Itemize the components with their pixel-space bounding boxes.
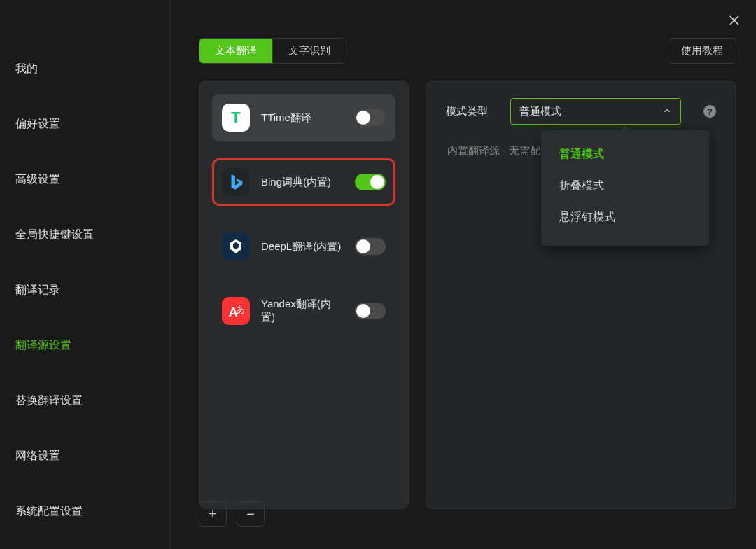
toggle-ttime[interactable] — [355, 109, 386, 126]
source-label: DeepL翻译(内置) — [261, 240, 344, 253]
svg-text:あ: あ — [236, 304, 245, 314]
source-label: TTime翻译 — [261, 111, 344, 125]
add-source-button[interactable]: + — [199, 501, 227, 527]
help-icon[interactable]: ? — [704, 105, 716, 118]
mode-option-normal[interactable]: 普通模式 — [541, 139, 709, 170]
sidebar-item-system-config[interactable]: 系统配置设置 — [15, 497, 170, 526]
bing-icon — [222, 168, 250, 196]
source-item-yandex[interactable]: Aあ Yandex翻译(内置) — [212, 287, 396, 335]
source-label: Yandex翻译(内置) — [261, 298, 344, 324]
builtin-hint-text: 内置翻译源 - 无需配 — [447, 144, 540, 158]
sidebar-item-shortcuts[interactable]: 全局快捷键设置 — [15, 221, 170, 249]
content-area: 文本翻译 文字识别 使用教程 T TTime翻译 Bing词典(内置) — [171, 0, 756, 549]
remove-source-button[interactable]: − — [237, 501, 265, 527]
toggle-deepl[interactable] — [355, 238, 386, 255]
plus-icon: + — [209, 506, 217, 522]
source-config-panel: 模式类型 普通模式 ? 普通模式 折叠模式 悬浮钉模式 内置翻译源 - 无需配 — [426, 81, 736, 509]
sidebar: 我的 偏好设置 高级设置 全局快捷键设置 翻译记录 翻译源设置 替换翻译设置 网… — [0, 0, 171, 549]
sidebar-item-replace-translate[interactable]: 替换翻译设置 — [15, 387, 170, 415]
sidebar-item-my[interactable]: 我的 — [15, 55, 170, 83]
source-list-panel: T TTime翻译 Bing词典(内置) DeepL翻译(内置) — [199, 81, 409, 509]
panels: T TTime翻译 Bing词典(内置) DeepL翻译(内置) — [199, 81, 736, 509]
source-item-deepl[interactable]: DeepL翻译(内置) — [212, 223, 396, 270]
tab-text-translate[interactable]: 文本翻译 — [200, 39, 273, 63]
mode-option-floatpin[interactable]: 悬浮钉模式 — [541, 202, 709, 233]
chevron-up-icon — [662, 106, 672, 118]
mode-row: 模式类型 普通模式 ? 普通模式 折叠模式 悬浮钉模式 — [446, 98, 716, 125]
tutorial-button[interactable]: 使用教程 — [668, 38, 736, 64]
toggle-bing[interactable] — [355, 174, 386, 190]
yandex-icon: Aあ — [222, 297, 250, 325]
tab-ocr[interactable]: 文字识别 — [273, 39, 346, 63]
mode-type-label: 模式类型 — [446, 105, 488, 118]
sidebar-item-preferences[interactable]: 偏好设置 — [15, 110, 170, 139]
mode-select-value: 普通模式 — [519, 105, 561, 118]
mode-dropdown: 普通模式 折叠模式 悬浮钉模式 — [541, 130, 709, 246]
deepl-icon — [222, 232, 250, 260]
minus-icon: − — [246, 506, 255, 522]
sidebar-item-history[interactable]: 翻译记录 — [15, 276, 170, 305]
mode-select[interactable]: 普通模式 — [510, 98, 681, 125]
tabs-row: 文本翻译 文字识别 使用教程 — [199, 38, 736, 64]
sidebar-item-advanced[interactable]: 高级设置 — [15, 165, 170, 194]
source-label: Bing词典(内置) — [261, 176, 344, 189]
tabs-group: 文本翻译 文字识别 — [199, 38, 346, 64]
sidebar-item-translation-sources[interactable]: 翻译源设置 — [15, 331, 170, 360]
toggle-yandex[interactable] — [355, 303, 386, 319]
ttime-icon: T — [222, 104, 250, 132]
mode-option-collapse[interactable]: 折叠模式 — [541, 170, 709, 202]
add-remove-group: + − — [199, 501, 265, 527]
sidebar-item-network[interactable]: 网络设置 — [15, 442, 170, 471]
source-item-ttime[interactable]: T TTime翻译 — [212, 94, 396, 141]
source-item-bing[interactable]: Bing词典(内置) — [212, 158, 396, 206]
